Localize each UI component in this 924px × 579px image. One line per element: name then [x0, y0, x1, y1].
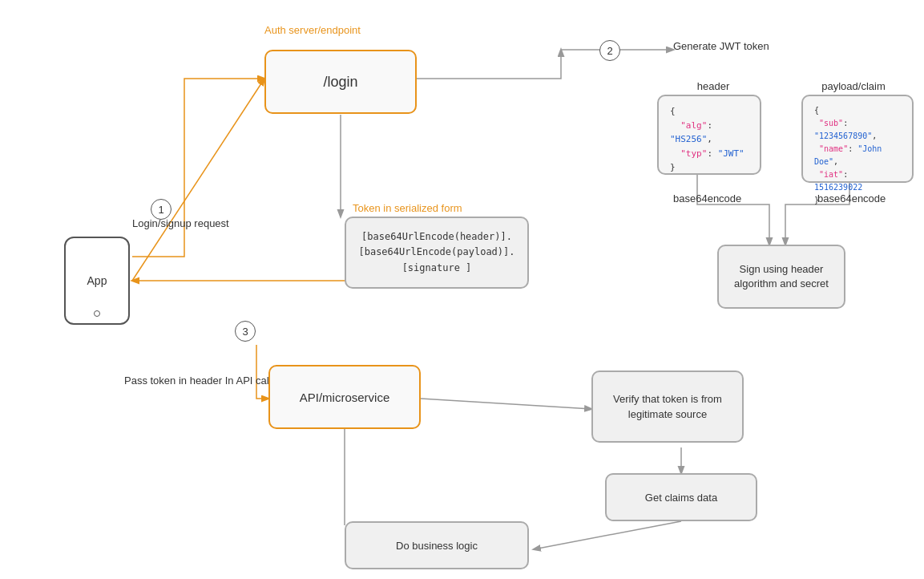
login-box: /login — [264, 50, 417, 114]
api-box: API/microservice — [268, 365, 421, 429]
base64-payload-label: base64encode — [817, 192, 886, 204]
login-signup-label: Login/signup request — [132, 217, 229, 231]
step2-circle: 2 — [599, 40, 620, 61]
phone-dot — [94, 310, 100, 317]
svg-line-4 — [534, 521, 681, 549]
token-serialized-label: Token in serialized form — [353, 202, 462, 214]
claims-box: Get claims data — [605, 473, 757, 521]
base64-header-label: base64encode — [673, 192, 741, 204]
header-code: { "alg": "HS256", "typ": "JWT" } — [670, 104, 748, 175]
token-serialized-content: [base64UrlEncode(header)]. [base64UrlEnc… — [358, 229, 514, 276]
generate-jwt-label: Generate JWT token — [673, 40, 769, 52]
auth-server-label: Auth server/endpoint — [264, 24, 361, 36]
step3-circle: 3 — [235, 321, 256, 342]
token-serialized-box: [base64UrlEncode(header)]. [base64UrlEnc… — [345, 217, 529, 289]
verify-box: Verify that token is from legitimate sou… — [591, 370, 744, 443]
svg-line-2 — [421, 399, 591, 409]
payload-code-box: { "sub": "1234567890", "name": "John Doe… — [801, 95, 914, 183]
business-box: Do business logic — [345, 521, 529, 569]
pass-token-label: Pass token in header In API call — [124, 373, 272, 389]
svg-line-0 — [132, 79, 264, 281]
header-code-box: { "alg": "HS256", "typ": "JWT" } — [657, 95, 761, 175]
header-label: header — [673, 80, 753, 92]
sign-box: Sign using header algorithm and secret — [717, 245, 845, 309]
payload-label: payload/claim — [809, 80, 898, 92]
diagram: Auth server/endpoint /login 1 Login/sign… — [0, 0, 924, 579]
payload-code: { "sub": "1234567890", "name": "John Doe… — [814, 104, 901, 207]
app-phone: App — [64, 237, 130, 325]
app-label: App — [87, 274, 107, 287]
